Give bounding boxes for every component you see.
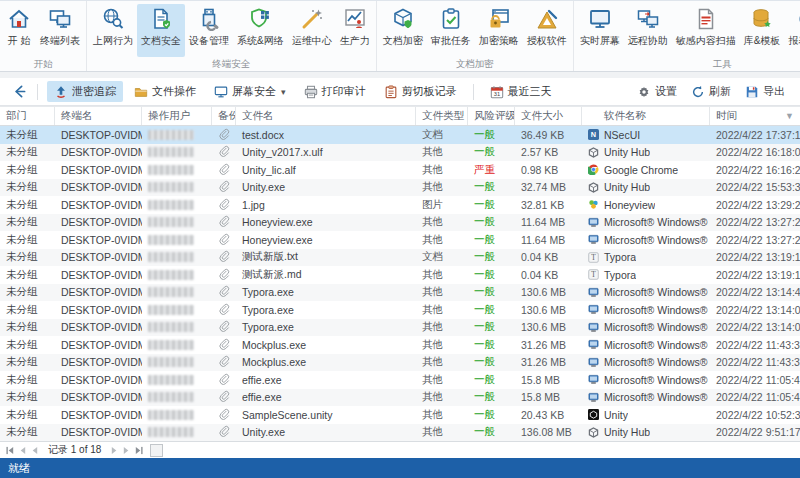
cell-operator[interactable] (142, 144, 212, 162)
cell-department[interactable]: 未分组 (0, 406, 55, 424)
cell-department[interactable]: 未分组 (0, 179, 55, 197)
cell-filename[interactable]: 1.jpg (236, 196, 416, 214)
ribbon-item-ops-center[interactable]: 运维中心 (288, 4, 336, 57)
paperclip-icon[interactable] (218, 408, 230, 422)
software-name[interactable]: Microsoft® Windows® Oper... (588, 286, 710, 298)
cell-risk[interactable]: 一般 (468, 284, 515, 302)
ribbon-item-productivity[interactable]: 生产力 (336, 4, 374, 57)
cell-filesize[interactable]: 15.8 MB (515, 371, 582, 389)
doc-security-icon[interactable] (148, 6, 174, 32)
ribbon-item-remote-assist[interactable]: 远程协助 (624, 4, 672, 57)
time-value[interactable]: 2022/4/22 11:05:43 (716, 391, 800, 403)
column-header-6[interactable]: 文件类型 (416, 107, 468, 125)
cell-department[interactable]: 未分组 (0, 389, 55, 407)
table-row[interactable]: 未分组DESKTOP-0VIDMDJTypora.exe其他一般130.6 MB… (0, 301, 800, 319)
cell-time[interactable]: 2022/4/22 13:27:25 (710, 214, 800, 232)
risk-badge[interactable]: 一般 (474, 233, 495, 247)
paperclip-icon[interactable] (218, 233, 230, 247)
cell-software[interactable]: Microsoft® Windows® Oper... (582, 389, 710, 407)
cell-department[interactable]: 未分组 (0, 214, 55, 232)
cell-filetype[interactable]: 图片 (416, 196, 468, 214)
table-row[interactable]: 未分组DESKTOP-0VIDMDJUnity_v2017.x.ulf其他一般2… (0, 144, 800, 162)
paperclip-icon[interactable] (218, 303, 230, 317)
cell-department[interactable]: 未分组 (0, 301, 55, 319)
masked-operator[interactable] (148, 357, 194, 367)
cell-filesize[interactable]: 15.8 MB (515, 389, 582, 407)
risk-badge[interactable]: 一般 (474, 128, 495, 142)
ribbon-item-label[interactable]: 报表中心 (788, 34, 800, 48)
cell-terminal[interactable]: DESKTOP-0VIDMDJ (55, 354, 142, 372)
leak-trace-icon[interactable] (54, 85, 68, 99)
risk-badge[interactable]: 一般 (474, 373, 495, 387)
column-header-label[interactable]: 时间 (716, 109, 737, 123)
ribbon-group-label[interactable]: 文档加密 (379, 57, 571, 71)
mswin-icon[interactable] (588, 217, 599, 228)
software-label[interactable]: NSecUI (604, 129, 640, 141)
ribbon-group[interactable]: 开 始终端列表开始 (0, 1, 87, 71)
toolbar-button-label[interactable]: 屏幕安全 (232, 84, 276, 99)
ribbon-item-label[interactable]: 实时屏幕 (580, 34, 620, 48)
software-label[interactable]: Honeyview (604, 199, 655, 211)
refresh-icon[interactable] (691, 85, 705, 99)
masked-operator[interactable] (148, 165, 194, 175)
time-value[interactable]: 2022/4/22 11:43:38 (716, 339, 800, 351)
toolbar-button-label[interactable]: 最近三天 (508, 84, 552, 99)
ribbon-group[interactable]: 文档加密审批任务加密策略授权软件文档加密 (377, 1, 574, 71)
ribbon-item-label[interactable]: 上网行为 (93, 34, 133, 48)
time-value[interactable]: 2022/4/22 13:29:20 (716, 199, 800, 211)
software-label[interactable]: Microsoft® Windows® Oper... (604, 286, 710, 298)
software-name[interactable]: Microsoft® Windows® Oper... (588, 234, 710, 246)
cell-filetype[interactable]: 其他 (416, 371, 468, 389)
cell-filetype[interactable]: 其他 (416, 336, 468, 354)
cell-department[interactable]: 未分组 (0, 354, 55, 372)
toolbar-button-screen-security[interactable]: 屏幕安全▾ (207, 81, 293, 102)
pager-prev-button[interactable] (30, 446, 39, 455)
cell-terminal[interactable]: DESKTOP-0VIDMDJ (55, 389, 142, 407)
cell-time[interactable]: 2022/4/22 13:19:16 (710, 249, 800, 267)
cell-filetype[interactable]: 其他 (416, 424, 468, 442)
cell-filetype[interactable]: 其他 (416, 231, 468, 249)
unityhub-icon[interactable] (588, 427, 599, 438)
ribbon-group-label[interactable]: 工具 (576, 57, 800, 71)
cell-software[interactable]: Microsoft® Windows® Oper... (582, 301, 710, 319)
column-header-label[interactable]: 备份 (218, 109, 236, 123)
cell-backup[interactable] (212, 284, 236, 302)
toolbar-button-refresh[interactable]: 刷新 (686, 81, 736, 102)
pager-extra-button[interactable] (150, 444, 163, 457)
software-label[interactable]: Unity Hub (604, 426, 650, 438)
cell-operator[interactable] (142, 231, 212, 249)
mswin-icon[interactable] (588, 234, 599, 245)
time-value[interactable]: 2022/4/22 13:14:44 (716, 286, 800, 298)
cell-risk[interactable]: 一般 (468, 354, 515, 372)
toolbar-button-label[interactable]: 剪切板记录 (402, 84, 457, 99)
cell-software[interactable]: Microsoft® Windows® Oper... (582, 284, 710, 302)
toolbar-button-label[interactable]: 刷新 (709, 84, 731, 99)
unityhub-icon[interactable] (588, 147, 599, 158)
ribbon-group[interactable]: 上网行为文档安全设备管理系统&网络运维中心生产力终端安全 (87, 1, 377, 71)
ribbon-item-system-network[interactable]: 系统&网络 (233, 4, 288, 57)
cell-filetype[interactable]: 其他 (416, 389, 468, 407)
table-row[interactable]: 未分组DESKTOP-0VIDMDJMockplus.exe其他一般31.26 … (0, 336, 800, 354)
cell-filename[interactable]: Typora.exe (236, 301, 416, 319)
cell-filetype[interactable]: 文档 (416, 126, 468, 144)
column-header-label[interactable]: 文件大小 (521, 109, 563, 123)
time-value[interactable]: 2022/4/22 17:37:18 (716, 129, 800, 141)
realtime-screen-icon[interactable] (587, 6, 613, 32)
masked-operator[interactable] (148, 147, 194, 157)
cell-risk[interactable]: 一般 (468, 231, 515, 249)
sensitive-scan-icon[interactable] (693, 6, 719, 32)
table-row[interactable]: 未分组DESKTOP-0VIDMDJTypora.exe其他一般130.6 MB… (0, 284, 800, 302)
toolbar-button-file-ops[interactable]: 文件操作 (127, 81, 203, 102)
ribbon-item-label[interactable]: 设备管理 (189, 34, 229, 48)
software-name[interactable]: TTypora (588, 269, 636, 281)
cell-backup[interactable] (212, 231, 236, 249)
cell-filetype[interactable]: 其他 (416, 144, 468, 162)
cell-filesize[interactable]: 11.64 MB (515, 214, 582, 232)
column-header-label[interactable]: 文件名 (242, 109, 274, 123)
cell-filename[interactable]: effie.exe (236, 371, 416, 389)
masked-operator[interactable] (148, 427, 194, 437)
ribbon-item-label[interactable]: 远程协助 (628, 34, 668, 48)
paperclip-icon[interactable] (218, 180, 230, 194)
cell-operator[interactable] (142, 389, 212, 407)
cell-time[interactable]: 2022/4/22 13:14:44 (710, 284, 800, 302)
